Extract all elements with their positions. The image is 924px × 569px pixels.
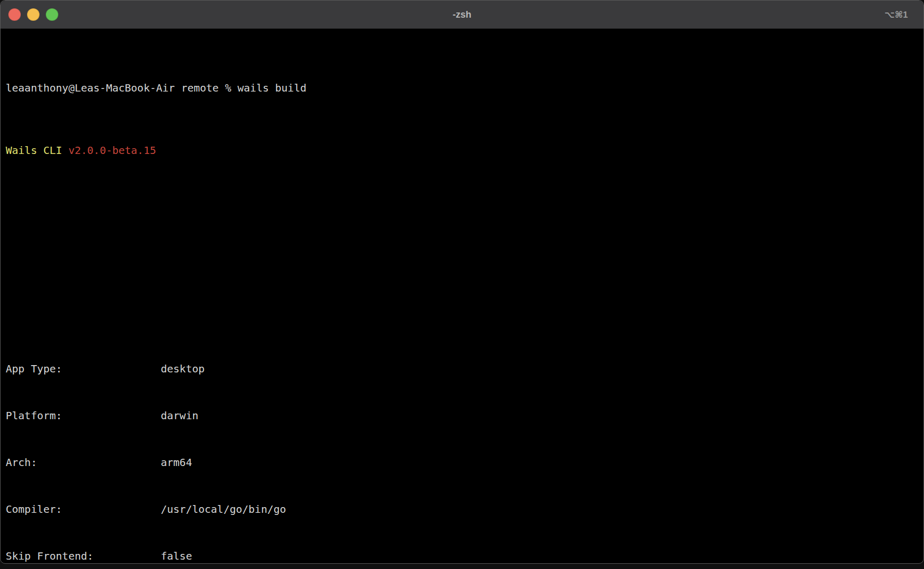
command-text: wails build <box>238 82 306 94</box>
window-controls <box>1 8 58 21</box>
zoom-window-icon[interactable] <box>46 8 58 21</box>
build-info-value: false <box>161 550 192 562</box>
blank-line <box>6 299 918 314</box>
build-info-value: arm64 <box>161 456 192 469</box>
terminal-window: -zsh ⌥⌘1 leaanthony@Leas-MacBook-Air rem… <box>0 0 924 564</box>
build-info-value: darwin <box>161 409 198 422</box>
build-info-label: App Type: <box>6 361 161 377</box>
blank-line <box>6 205 918 221</box>
build-info-label: Arch: <box>6 455 161 470</box>
build-info-label: Skip Frontend: <box>6 548 161 564</box>
build-info-row: Arch:arm64 <box>6 455 918 470</box>
build-info-row: Skip Frontend:false <box>6 548 918 564</box>
build-info-row: App Type:desktop <box>6 361 918 377</box>
close-window-icon[interactable] <box>8 8 21 21</box>
minimize-window-icon[interactable] <box>27 8 40 21</box>
prompt-line: leaanthony@Leas-MacBook-Air remote % wai… <box>6 80 918 96</box>
shell-prompt: leaanthony@Leas-MacBook-Air remote % <box>6 82 231 94</box>
window-titlebar[interactable]: -zsh ⌥⌘1 <box>1 1 923 29</box>
build-info-label: Compiler: <box>6 501 161 517</box>
build-info-value: desktop <box>161 363 204 375</box>
build-info-value: /usr/local/go/bin/go <box>161 503 286 515</box>
blank-line <box>6 252 918 267</box>
build-info-label: Platform: <box>6 408 161 423</box>
window-shortcut-badge: ⌥⌘1 <box>884 9 908 20</box>
build-info-row: Platform:darwin <box>6 408 918 423</box>
wails-cli-name: Wails CLI <box>6 144 62 157</box>
build-info-row: Compiler:/usr/local/go/bin/go <box>6 501 918 517</box>
terminal-screen[interactable]: leaanthony@Leas-MacBook-Air remote % wai… <box>1 29 923 564</box>
wails-cli-version: v2.0.0-beta.15 <box>68 144 156 157</box>
wails-cli-banner: Wails CLI v2.0.0-beta.15 <box>6 143 918 158</box>
window-title: -zsh <box>1 9 923 20</box>
